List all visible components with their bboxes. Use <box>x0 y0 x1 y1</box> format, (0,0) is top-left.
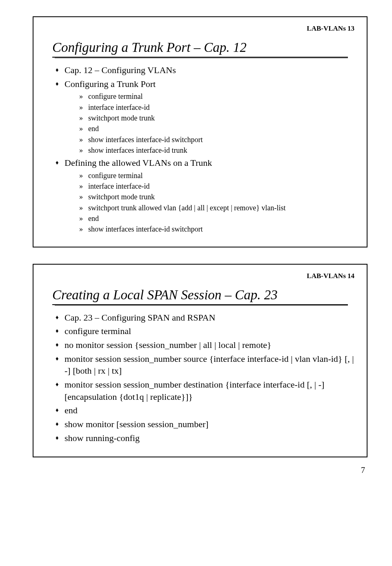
list-text: no monitor session {session_number | all… <box>65 340 272 350</box>
sub-text: switchport trunk allowed vlan {add | all… <box>88 204 285 212</box>
list-text: Configuring a Trunk Port <box>65 79 156 89</box>
slide-code: LAB-VLANs 13 <box>46 25 354 33</box>
list-text: end <box>65 405 78 415</box>
slide-code: LAB-VLANs 14 <box>46 272 354 280</box>
list-item: monitor session session_number source {i… <box>56 353 354 377</box>
list-item: end <box>56 404 354 417</box>
slide-13: LAB-VLANs 13 Configuring a Trunk Port – … <box>33 16 368 247</box>
list-item: Cap. 23 – Configuring SPAN and RSPAN <box>56 312 354 324</box>
slide-gap <box>33 247 368 264</box>
list-text: Cap. 23 – Configuring SPAN and RSPAN <box>65 312 215 323</box>
sub-item: configure terminal <box>79 91 354 101</box>
title-rule <box>52 57 348 58</box>
list-item: Configuring a Trunk Port configure termi… <box>56 78 354 155</box>
sub-text: switchport mode trunk <box>88 114 155 122</box>
title-rule <box>52 304 348 306</box>
sub-item: interface interface-id <box>79 103 354 112</box>
sub-text: interface interface-id <box>88 103 149 111</box>
sub-text: show interfaces interface-id switchport <box>88 136 203 144</box>
list-item: configure terminal <box>56 325 354 337</box>
sub-item: switchport mode trunk <box>79 192 354 202</box>
slide-list: Cap. 12 – Configuring VLANs Configuring … <box>46 64 354 234</box>
list-item: Cap. 12 – Configuring VLANs <box>56 64 354 76</box>
sub-text: configure terminal <box>88 172 143 180</box>
sub-text: end <box>88 214 99 223</box>
list-item: monitor session session_number destinati… <box>56 379 354 403</box>
list-item: Defining the allowed VLANs on a Trunk co… <box>56 157 354 234</box>
sub-text: interface interface-id <box>88 182 149 190</box>
sub-item: show interfaces interface-id switchport <box>79 224 354 234</box>
list-text: show monitor [session session_number] <box>65 419 209 429</box>
list-text: Cap. 12 – Configuring VLANs <box>65 65 176 75</box>
sub-item: switchport trunk allowed vlan {add | all… <box>79 203 354 213</box>
sub-text: show interfaces interface-id trunk <box>88 146 187 154</box>
page: LAB-VLANs 13 Configuring a Trunk Port – … <box>0 0 392 487</box>
list-text: configure terminal <box>65 326 131 336</box>
sub-item: interface interface-id <box>79 181 354 191</box>
list-text: show running-config <box>65 433 140 443</box>
list-text: monitor session session_number destinati… <box>65 379 324 402</box>
sub-item: show interfaces interface-id switchport <box>79 135 354 145</box>
list-item: show running-config <box>56 432 354 444</box>
page-number: 7 <box>33 466 368 475</box>
slide-title: Configuring a Trunk Port – Cap. 12 <box>52 40 348 56</box>
sub-text: end <box>88 125 99 133</box>
sub-list: configure terminal interface interface-i… <box>65 91 354 155</box>
sub-item: switchport mode trunk <box>79 113 354 123</box>
sub-item: end <box>79 214 354 223</box>
list-text: Defining the allowed VLANs on a Trunk <box>65 158 212 168</box>
slide-14: LAB-VLANs 14 Creating a Local SPAN Sessi… <box>33 264 368 457</box>
sub-item: show interfaces interface-id trunk <box>79 145 354 155</box>
list-item: no monitor session {session_number | all… <box>56 339 354 351</box>
sub-item: end <box>79 124 354 134</box>
sub-text: switchport mode trunk <box>88 193 155 201</box>
slide-title: Creating a Local SPAN Session – Cap. 23 <box>52 287 348 303</box>
list-item: show monitor [session session_number] <box>56 418 354 430</box>
slide-list: Cap. 23 – Configuring SPAN and RSPAN con… <box>46 312 354 444</box>
sub-item: configure terminal <box>79 171 354 180</box>
list-text: monitor session session_number source {i… <box>65 354 354 376</box>
sub-list: configure terminal interface interface-i… <box>65 171 354 234</box>
sub-text: configure terminal <box>88 92 143 100</box>
sub-text: show interfaces interface-id switchport <box>88 225 203 233</box>
